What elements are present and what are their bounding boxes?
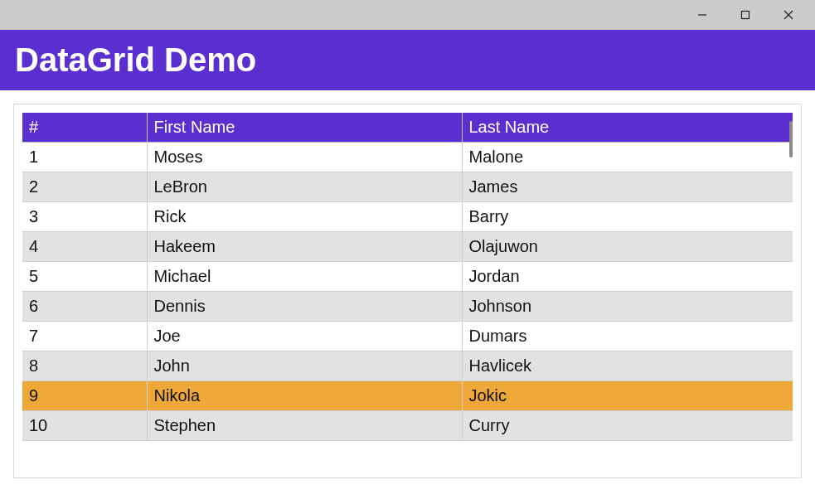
cell-first-name[interactable]: LeBron [147,172,462,202]
cell-first-name[interactable]: John [147,351,462,381]
cell-last-name[interactable]: Curry [462,411,793,441]
cell-first-name[interactable]: Nikola [147,381,462,411]
column-header-index[interactable]: # [22,113,147,143]
cell-last-name[interactable]: Dumars [462,322,793,351]
table-row[interactable]: 1MosesMalone [22,143,793,172]
cell-first-name[interactable]: Hakeem [147,232,462,262]
table-row[interactable]: 10StephenCurry [22,411,793,441]
table-row[interactable]: 5MichaelJordan [22,262,793,292]
maximize-icon [740,10,750,20]
titlebar [0,0,815,30]
minimize-button[interactable] [681,0,724,30]
cell-index[interactable]: 8 [22,351,147,381]
data-grid[interactable]: # First Name Last Name 1MosesMalone2LeBr… [22,113,793,441]
scrollbar-thumb[interactable] [789,121,793,158]
cell-last-name[interactable]: Johnson [462,292,793,322]
cell-first-name[interactable]: Dennis [147,292,462,322]
grid-header-row: # First Name Last Name [22,113,793,143]
cell-index[interactable]: 10 [22,411,147,441]
app-banner: DataGrid Demo [0,30,815,90]
cell-index[interactable]: 6 [22,292,147,322]
cell-last-name[interactable]: Havlicek [462,351,793,381]
cell-index[interactable]: 9 [22,381,147,411]
cell-first-name[interactable]: Moses [147,143,462,172]
grid-panel: # First Name Last Name 1MosesMalone2LeBr… [13,104,802,478]
cell-index[interactable]: 5 [22,262,147,292]
svg-rect-1 [742,12,750,19]
table-row[interactable]: 4HakeemOlajuwon [22,232,793,262]
table-row[interactable]: 8JohnHavlicek [22,351,793,381]
table-row[interactable]: 2LeBronJames [22,172,793,202]
cell-last-name[interactable]: Jokic [462,381,793,411]
grid-scroll-viewport[interactable]: # First Name Last Name 1MosesMalone2LeBr… [22,113,793,469]
content-area: # First Name Last Name 1MosesMalone2LeBr… [0,90,815,478]
cell-index[interactable]: 1 [22,143,147,172]
cell-last-name[interactable]: Jordan [462,262,793,292]
maximize-button[interactable] [724,0,767,30]
cell-index[interactable]: 4 [22,232,147,262]
cell-last-name[interactable]: Malone [462,143,793,172]
table-row[interactable]: 3RickBarry [22,202,793,232]
cell-last-name[interactable]: Barry [462,202,793,232]
table-row[interactable]: 9NikolaJokic [22,381,793,411]
cell-first-name[interactable]: Rick [147,202,462,232]
cell-last-name[interactable]: Olajuwon [462,232,793,262]
cell-first-name[interactable]: Michael [147,262,462,292]
table-row[interactable]: 7JoeDumars [22,322,793,351]
close-button[interactable] [767,0,810,30]
cell-index[interactable]: 3 [22,202,147,232]
column-header-lastname[interactable]: Last Name [462,113,793,143]
cell-first-name[interactable]: Stephen [147,411,462,441]
cell-first-name[interactable]: Joe [147,322,462,351]
cell-last-name[interactable]: James [462,172,793,202]
table-row[interactable]: 6DennisJohnson [22,292,793,322]
minimize-icon [697,10,707,20]
page-title: DataGrid Demo [15,41,800,79]
cell-index[interactable]: 7 [22,322,147,351]
column-header-firstname[interactable]: First Name [147,113,462,143]
close-icon [783,10,793,20]
cell-index[interactable]: 2 [22,172,147,202]
